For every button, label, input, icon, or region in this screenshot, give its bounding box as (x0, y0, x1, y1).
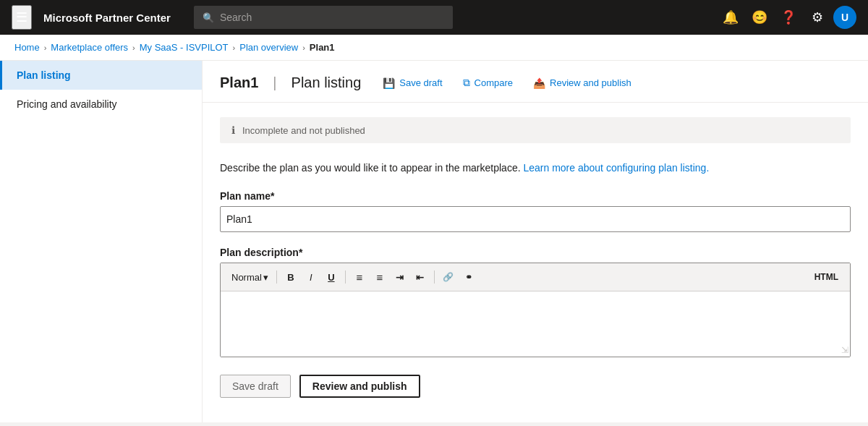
rte-italic-button[interactable]: I (302, 268, 320, 286)
rte-sep-2 (345, 270, 346, 284)
help-icon[interactable]: ❓ (775, 4, 801, 30)
settings-icon[interactable]: ⚙ (804, 4, 830, 30)
breadcrumb-home[interactable]: Home (14, 42, 40, 53)
info-text: Incomplete and not published (242, 125, 365, 136)
rte-bold-button[interactable]: B (281, 268, 300, 286)
breadcrumb: Home › Marketplace offers › My SaaS - IS… (0, 35, 868, 61)
info-banner: ℹ Incomplete and not published (220, 117, 851, 143)
rte-resize-handle[interactable]: ⇲ (841, 345, 848, 355)
search-icon: 🔍 (203, 12, 214, 23)
description-paragraph: Describe the plan as you would like it t… (220, 161, 851, 176)
rte-html-button[interactable]: HTML (810, 270, 843, 284)
learn-more-link[interactable]: Learn more about configuring plan listin… (523, 162, 709, 174)
search-input[interactable] (220, 12, 444, 23)
rte-link-button[interactable]: 🔗 (439, 268, 458, 286)
app-title: Microsoft Partner Center (43, 12, 171, 24)
compare-button[interactable]: ⧉ Compare (459, 74, 517, 92)
plan-name-input[interactable] (220, 206, 851, 232)
info-icon: ℹ (231, 124, 235, 136)
notification-icon[interactable]: 🔔 (718, 4, 744, 30)
hamburger-icon[interactable]: ☰ (12, 5, 32, 30)
save-draft-button[interactable]: Save draft (220, 375, 291, 398)
rte-format-select[interactable]: Normal ▾ (228, 270, 272, 285)
bottom-actions: Save draft Review and publish (220, 375, 851, 412)
rte-indent-button[interactable]: ⇥ (391, 268, 409, 286)
save-draft-icon: 💾 (383, 77, 395, 89)
content-area: ℹ Incomplete and not published Describe … (203, 103, 868, 422)
plan-name-group: Plan name* (220, 190, 851, 232)
save-draft-header-button[interactable]: 💾 Save draft (378, 74, 446, 92)
rte-body[interactable]: ⇲ (221, 291, 850, 357)
page-subtitle: Plan listing (292, 74, 362, 91)
rte-ordered-list-button[interactable]: ≡ (350, 268, 369, 286)
rich-text-editor: Normal ▾ B I U ≡ ≡ ⇥ ⇤ 🔗 (220, 263, 851, 357)
publish-icon: 📤 (533, 77, 545, 89)
header-actions: 💾 Save draft ⧉ Compare 📤 Review and publ… (378, 74, 635, 92)
rte-sep-1 (276, 270, 277, 284)
page-title: Plan1 (220, 74, 258, 91)
avatar[interactable]: U (833, 6, 856, 29)
compare-icon: ⧉ (463, 77, 470, 89)
sidebar-item-pricing[interactable]: Pricing and availability (0, 90, 202, 119)
page-header: Plan1 | Plan listing 💾 Save draft ⧉ Comp… (203, 61, 868, 103)
rte-unordered-list-button[interactable]: ≡ (370, 268, 389, 286)
plan-description-group: Plan description* Normal ▾ B I U ≡ ≡ (220, 247, 851, 357)
plan-name-label: Plan name* (220, 190, 851, 202)
breadcrumb-saas[interactable]: My SaaS - ISVPILOT (140, 42, 229, 53)
rte-unlink-button[interactable]: ⚭ (459, 268, 478, 286)
main-content: Plan1 | Plan listing 💾 Save draft ⧉ Comp… (203, 61, 868, 422)
sidebar: Plan listing Pricing and availability (0, 61, 203, 422)
rte-outdent-button[interactable]: ⇤ (411, 268, 430, 286)
breadcrumb-sep-4: › (302, 43, 305, 52)
breadcrumb-sep-2: › (132, 43, 135, 52)
review-publish-button[interactable]: Review and publish (299, 375, 420, 398)
title-separator: | (273, 74, 276, 91)
breadcrumb-sep-1: › (44, 43, 47, 52)
sidebar-item-plan-listing[interactable]: Plan listing (0, 61, 202, 90)
rte-toolbar: Normal ▾ B I U ≡ ≡ ⇥ ⇤ 🔗 (221, 263, 850, 291)
breadcrumb-plan-overview[interactable]: Plan overview (239, 42, 298, 53)
breadcrumb-current: Plan1 (310, 42, 335, 53)
feedback-icon[interactable]: 😊 (746, 4, 773, 30)
review-publish-header-button[interactable]: 📤 Review and publish (529, 74, 636, 92)
plan-description-label: Plan description* (220, 247, 851, 258)
search-bar[interactable]: 🔍 (194, 6, 453, 29)
breadcrumb-marketplace-offers[interactable]: Marketplace offers (51, 42, 128, 53)
breadcrumb-sep-3: › (233, 43, 236, 52)
rte-underline-button[interactable]: U (322, 268, 341, 286)
rte-sep-3 (434, 270, 435, 284)
